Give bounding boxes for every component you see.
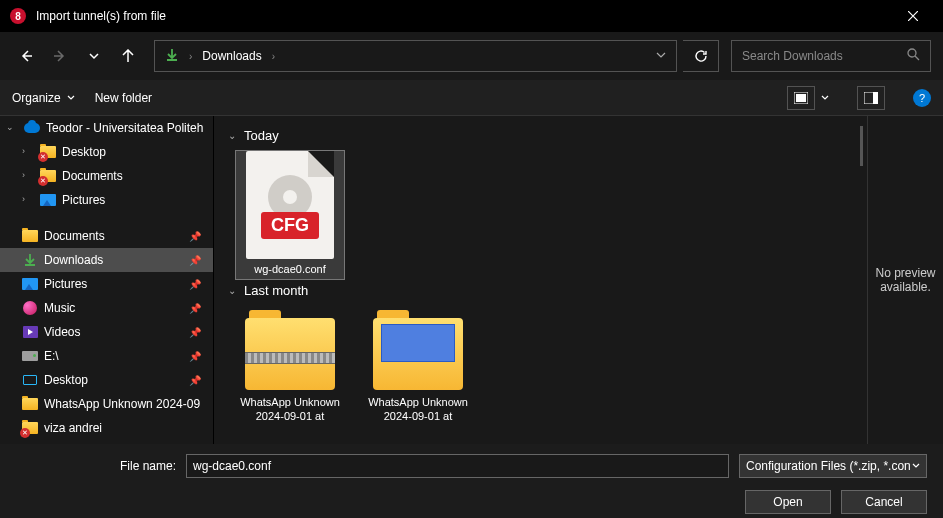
search-box[interactable] <box>731 40 931 72</box>
group-label: Today <box>244 128 279 143</box>
sidebar-quick-item[interactable]: Desktop📌 <box>0 368 213 392</box>
history-dropdown[interactable] <box>80 42 108 70</box>
arrow-up-icon <box>121 49 135 63</box>
sidebar-item-label: Downloads <box>44 253 103 267</box>
pin-icon: 📌 <box>189 231 201 242</box>
pin-icon: 📌 <box>189 279 201 290</box>
chevron-down-icon <box>656 50 666 60</box>
sidebar-item-label: Documents <box>62 169 123 183</box>
pin-icon: 📌 <box>189 303 201 314</box>
preview-text: No preview available. <box>874 266 937 294</box>
file-label: WhatsApp Unknown 2024-09-01 at <box>364 394 472 426</box>
sidebar-quick-item[interactable]: Documents📌 <box>0 224 213 248</box>
file-label: WhatsApp Unknown 2024-09-01 at <box>236 394 344 426</box>
zip-folder-icon <box>245 318 335 390</box>
content-pane: ⌄TodayCFGwg-dcae0.conf⌄Last monthWhatsAp… <box>214 116 943 444</box>
sidebar-item-label: Desktop <box>44 373 88 387</box>
back-button[interactable] <box>12 42 40 70</box>
thumbnails-icon <box>794 92 808 104</box>
pin-icon: 📌 <box>189 327 201 338</box>
close-button[interactable] <box>893 0 933 32</box>
preview-pane-button[interactable] <box>857 86 885 110</box>
sidebar-item-label: WhatsApp Unknown 2024-09 <box>44 397 200 411</box>
sidebar-item-label: viza andrei <box>44 421 102 435</box>
search-icon <box>907 48 920 64</box>
pin-icon: 📌 <box>189 375 201 386</box>
address-bar[interactable]: › Downloads › <box>154 40 677 72</box>
search-input[interactable] <box>742 49 907 63</box>
navigation-sidebar[interactable]: ⌄Teodor - Universitatea Politeh›✕Desktop… <box>0 116 214 444</box>
sidebar-item-label: Teodor - Universitatea Politeh <box>46 121 203 135</box>
chevron-down-icon <box>67 94 75 102</box>
close-icon <box>908 11 918 21</box>
sidebar-item-label: Documents <box>44 229 105 243</box>
svg-point-0 <box>908 49 916 57</box>
sidebar-item-label: Pictures <box>62 193 105 207</box>
filename-input[interactable] <box>186 454 729 478</box>
svg-rect-4 <box>873 92 878 104</box>
sidebar-item-label: Music <box>44 301 75 315</box>
file-item[interactable]: WhatsApp Unknown 2024-09-01 at <box>236 306 344 426</box>
group-header[interactable]: ⌄Last month <box>228 283 853 298</box>
filename-label: File name: <box>16 459 176 473</box>
new-folder-button[interactable]: New folder <box>95 91 152 105</box>
nav-bar: › Downloads › <box>0 32 943 80</box>
chevron-down-icon: ⌄ <box>228 285 236 296</box>
organize-label: Organize <box>12 91 61 105</box>
group-header[interactable]: ⌄Today <box>228 128 853 143</box>
open-label: Open <box>773 495 802 509</box>
filetype-dropdown[interactable]: Configuration Files (*.zip, *.con <box>739 454 927 478</box>
newfolder-label: New folder <box>95 91 152 105</box>
chevron-down-icon <box>912 459 920 473</box>
sidebar-quick-item[interactable]: E:\📌 <box>0 344 213 368</box>
folder-icon <box>373 318 463 390</box>
title-bar: 8 Import tunnel(s) from file <box>0 0 943 32</box>
help-button[interactable]: ? <box>913 89 931 107</box>
scrollbar[interactable] <box>860 126 863 166</box>
window-title: Import tunnel(s) from file <box>36 9 893 23</box>
refresh-button[interactable] <box>683 40 719 72</box>
sidebar-item-label: Pictures <box>44 277 87 291</box>
preview-pane-icon <box>864 92 878 104</box>
up-button[interactable] <box>114 42 142 70</box>
address-dropdown[interactable] <box>656 49 666 63</box>
sidebar-cloud-child[interactable]: ›Pictures <box>0 188 213 212</box>
forward-button[interactable] <box>46 42 74 70</box>
sidebar-quick-item[interactable]: Music📌 <box>0 296 213 320</box>
sidebar-cloud-child[interactable]: ›✕Documents <box>0 164 213 188</box>
arrow-right-icon <box>53 49 67 63</box>
cancel-label: Cancel <box>865 495 902 509</box>
sidebar-item-label: E:\ <box>44 349 59 363</box>
breadcrumb-current[interactable]: Downloads <box>202 49 261 63</box>
sidebar-quick-item[interactable]: Downloads📌 <box>0 248 213 272</box>
sidebar-quick-item[interactable]: WhatsApp Unknown 2024-09 <box>0 392 213 416</box>
filetype-label: Configuration Files (*.zip, *.con <box>746 459 911 473</box>
arrow-left-icon <box>19 49 33 63</box>
file-item[interactable]: CFGwg-dcae0.conf <box>236 151 344 279</box>
chevron-right-icon: › <box>272 51 275 62</box>
sidebar-item-label: Videos <box>44 325 80 339</box>
file-label: wg-dcae0.conf <box>250 261 330 279</box>
group-label: Last month <box>244 283 308 298</box>
sidebar-cloud-child[interactable]: ›✕Desktop <box>0 140 213 164</box>
cancel-button[interactable]: Cancel <box>841 490 927 514</box>
sidebar-cloud-root[interactable]: ⌄Teodor - Universitatea Politeh <box>0 116 213 140</box>
sidebar-quick-item[interactable]: ✕viza andrei <box>0 416 213 440</box>
downloads-icon <box>165 48 179 65</box>
sidebar-quick-item[interactable]: Pictures📌 <box>0 272 213 296</box>
chevron-down-icon <box>89 51 99 61</box>
view-mode-button[interactable] <box>787 86 815 110</box>
chevron-down-icon[interactable] <box>821 94 829 102</box>
main-area: ⌄Teodor - Universitatea Politeh›✕Desktop… <box>0 116 943 444</box>
toolbar: Organize New folder ? <box>0 80 943 116</box>
sidebar-quick-item[interactable]: Videos📌 <box>0 320 213 344</box>
file-list[interactable]: ⌄TodayCFGwg-dcae0.conf⌄Last monthWhatsAp… <box>214 116 867 444</box>
svg-rect-2 <box>796 94 806 102</box>
organize-button[interactable]: Organize <box>12 91 75 105</box>
pin-icon: 📌 <box>189 351 201 362</box>
file-item[interactable]: WhatsApp Unknown 2024-09-01 at <box>364 306 472 426</box>
preview-pane: No preview available. <box>867 116 943 444</box>
open-button[interactable]: Open <box>745 490 831 514</box>
chevron-right-icon: › <box>189 51 192 62</box>
app-icon: 8 <box>10 8 26 24</box>
